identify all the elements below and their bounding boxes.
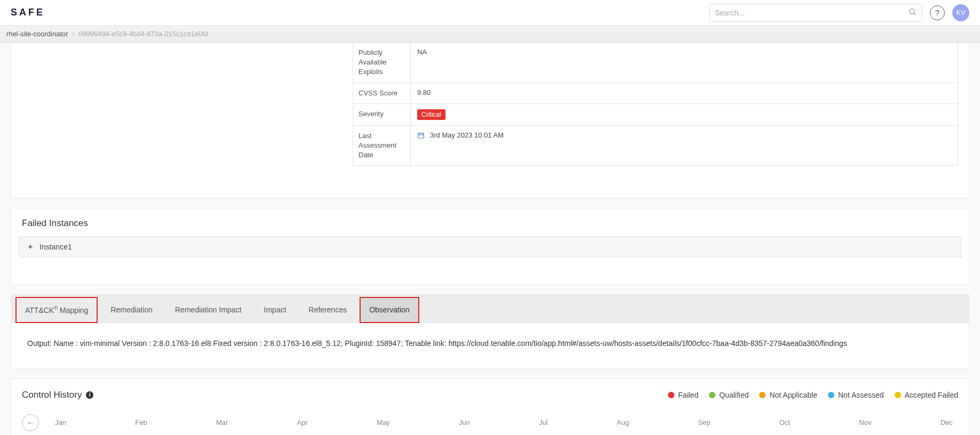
history-timeline: ← Jan Feb Mar Apr May Jun Jul Aug Sep Oc… [22,414,958,431]
month-label: Jun [459,418,470,426]
legend-accepted-failed: Accepted Failed [895,391,958,399]
expand-icon: ＋ [27,242,34,252]
tab-impact[interactable]: Impact [254,297,296,323]
tab-references[interactable]: References [299,297,357,323]
month-label: Apr [297,418,308,426]
page-body: Publicly Available Exploits NA CVSS Scor… [0,43,980,435]
details-table: Publicly Available Exploits NA CVSS Scor… [353,43,958,166]
svg-point-0 [910,9,914,13]
tab-attck-mapping[interactable]: ATT&CK® Mapping [15,297,98,323]
svg-line-1 [914,13,915,15]
instance-row[interactable]: ＋ Instance1 [19,236,961,257]
detail-value: NA [411,43,958,83]
month-label: Aug [617,418,629,426]
prev-button[interactable]: ← [22,414,39,431]
app-logo: SAFE [11,7,45,18]
tab-remediation-impact[interactable]: Remediation Impact [165,297,251,323]
dot-icon [759,392,766,398]
avatar[interactable]: KV [952,4,969,21]
control-history-card: Control History i Failed Qualified Not A… [11,378,969,435]
search-icon[interactable] [908,7,917,18]
detail-label: CVSS Score [353,83,411,103]
help-icon[interactable]: ? [930,5,945,20]
history-legend: Failed Qualified Not Applicable Not Asse… [668,391,958,399]
month-label: Nov [859,418,871,426]
dot-icon [668,392,674,398]
details-card: Publicly Available Exploits NA CVSS Scor… [11,43,969,198]
detail-row-cvss: CVSS Score 9.80 [353,83,958,103]
months-axis: Jan Feb Mar Apr May Jun Jul Aug Sep Oct … [55,418,958,426]
month-label: May [377,418,390,426]
legend-not-assessed: Not Assessed [828,391,884,399]
failed-instances-card: Failed Instances ＋ Instance1 [11,208,969,285]
header-right: ? KV [709,4,969,22]
detail-row-exploits: Publicly Available Exploits NA [353,43,958,83]
detail-row-severity: Severity Critical [353,103,958,125]
dot-icon [828,392,834,398]
severity-badge: Critical [417,109,445,120]
search-box[interactable] [709,4,922,22]
history-title: Control History i [22,390,93,400]
history-header: Control History i Failed Qualified Not A… [22,390,958,400]
tab-observation[interactable]: Observation [360,297,419,323]
detail-label: Severity [353,104,411,125]
month-label: Dec [941,418,953,426]
month-label: Jul [539,418,548,426]
tab-bar: ATT&CK® Mapping Remediation Remediation … [11,295,969,323]
breadcrumb-primary[interactable]: rhel-site-coordinator [6,30,68,38]
detail-row-last-assessment: Last Assessment Date 3rd May 2023 10:01 … [353,125,958,166]
detail-value: 9.80 [411,83,958,103]
tab-remediation[interactable]: Remediation [101,297,162,323]
dot-icon [895,392,901,398]
month-label: Sep [698,418,710,426]
detail-value: Critical [411,104,958,125]
detail-date-text: 3rd May 2023 10:01 AM [430,131,504,139]
breadcrumb: rhel-site-coordinator › 09996494-e5c9-4b… [0,26,980,43]
chevron-right-icon: › [72,30,74,38]
app-header: SAFE ? KV [0,0,980,26]
detail-label: Publicly Available Exploits [353,43,411,83]
month-label: Jan [55,418,66,426]
dot-icon [709,392,715,398]
detail-value: 3rd May 2023 10:01 AM [411,126,958,166]
breadcrumb-secondary: 09996494-e5c9-4bd4-873a-015c1cd1e0fd [78,30,208,38]
calendar-icon [417,132,425,141]
legend-not-applicable: Not Applicable [759,391,817,399]
month-label: Mar [216,418,228,426]
search-input[interactable] [715,9,908,17]
legend-qualified: Qualified [709,391,748,399]
svg-rect-2 [418,133,424,138]
month-label: Feb [135,418,147,426]
tabs-card: ATT&CK® Mapping Remediation Remediation … [11,294,969,369]
instance-label: Instance1 [39,243,72,251]
observation-content: Output: Name : vim-minimal Version : 2:8… [11,323,969,368]
legend-failed: Failed [668,391,698,399]
registered-icon: ® [54,305,58,311]
info-icon[interactable]: i [86,391,93,399]
detail-label: Last Assessment Date [353,126,411,166]
month-label: Oct [779,418,790,426]
failed-instances-title: Failed Instances [11,208,969,236]
